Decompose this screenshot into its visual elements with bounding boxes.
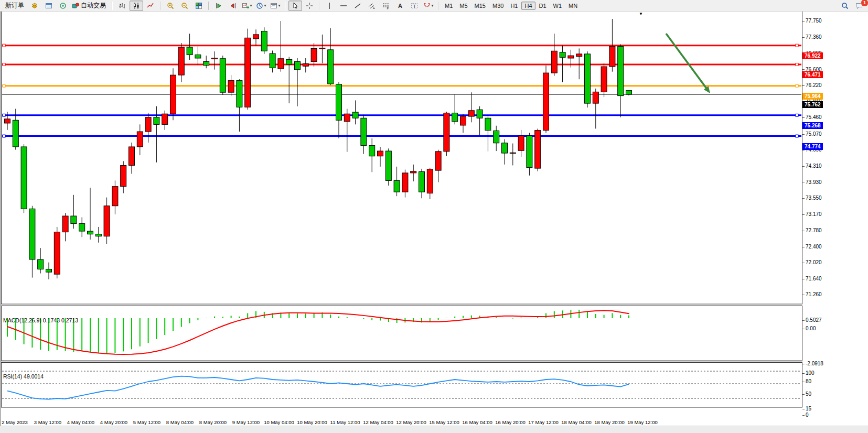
notification-badge: 1 [861,0,868,7]
chart-shift-icon[interactable] [226,1,240,11]
toolbar-separator [208,2,209,10]
arrows-icon[interactable]: ▾ [422,1,435,11]
toolbar-separator [285,2,286,10]
timeframe-mn-button[interactable]: MN [565,2,581,10]
auto-scroll-icon[interactable] [212,1,226,11]
chart-shift-marker[interactable]: ▼ [639,12,643,16]
pane-separator[interactable] [1,361,802,363]
level-handle[interactable] [796,63,798,66]
horizontal-line-icon[interactable] [337,1,350,11]
cursor-icon[interactable] [288,1,302,11]
level-handle[interactable] [3,114,5,116]
status-strip [0,426,868,433]
new-order-button[interactable]: 新订单 [2,1,27,11]
toolbar-separator [160,2,161,10]
trendline-icon[interactable] [351,1,365,11]
periods-icon[interactable]: ▾ [254,1,268,11]
text-icon[interactable]: A [393,1,407,11]
level-handle[interactable] [796,84,798,87]
svg-text:T: T [413,3,416,8]
candle [54,227,60,278]
candle [585,51,591,107]
candle [535,128,541,171]
candle [261,27,267,54]
timeframe-m5-button[interactable]: M5 [456,2,470,10]
toolbar-separator [112,2,113,10]
navigator-icon[interactable] [56,1,70,11]
toolbar: 新订单自动交易▾▾▾EFAT▾M1M5M15M30H1H4D1W1MN1 [0,0,868,12]
zoom-out-icon[interactable] [178,1,191,11]
timeframe-m15-button[interactable]: M15 [471,2,489,10]
candle [170,68,176,120]
toolbar-separator [319,2,320,10]
templates-icon[interactable]: ▾ [269,1,282,11]
line-chart-icon[interactable] [144,1,157,11]
candle [543,66,549,133]
price-chart[interactable] [1,12,802,419]
candle [385,148,391,186]
level-handle[interactable] [796,114,798,116]
timeframe-h4-button[interactable]: H4 [521,2,535,10]
chart-window: ▼ UKOil-,H4 75.854 75.855 75.735 75.762 … [0,12,868,426]
indicators-icon[interactable]: ▾ [240,1,254,11]
candle [444,112,449,156]
bar-chart-icon[interactable] [115,1,129,11]
level-handle[interactable] [796,44,798,47]
level-handle[interactable] [3,135,5,137]
market-watch-icon[interactable] [28,1,41,11]
tile-windows-icon[interactable] [192,1,206,11]
arrows-icon-dropdown[interactable]: ▾ [431,3,433,8]
level-handle[interactable] [3,63,5,66]
candle [220,56,226,95]
auto-trading-label: 自动交易 [79,1,108,10]
level-handle[interactable] [796,135,798,137]
mt4-terminal: 新订单自动交易▾▾▾EFAT▾M1M5M15M30H1H4D1W1MN1 ▼ U… [0,0,868,433]
candle [21,144,27,213]
text-label-icon[interactable]: T [408,1,421,11]
candle [601,63,607,97]
chat-icon[interactable]: 1 [852,1,866,11]
timeframe-d1-button[interactable]: D1 [536,2,550,10]
equidistant-channel-icon[interactable]: E [365,1,379,11]
zoom-in-icon[interactable] [164,1,177,11]
svg-text:A: A [398,3,402,9]
level-handle[interactable] [3,44,5,47]
indicators-icon-dropdown[interactable]: ▾ [250,3,252,8]
svg-text:E: E [373,6,375,9]
toolbar-separator [438,2,439,10]
timeframe-m30-button[interactable]: M30 [489,2,507,10]
data-window-icon[interactable] [42,1,56,11]
candle [245,29,251,110]
candlestick-icon[interactable] [130,1,143,11]
svg-text:F: F [387,6,389,9]
vertical-line-icon[interactable] [323,1,336,11]
timeframe-h1-button[interactable]: H1 [507,2,521,10]
macd-pane-frame [2,306,802,361]
crosshair-icon[interactable] [303,1,316,11]
templates-icon-dropdown[interactable]: ▾ [278,3,280,8]
new-order-button-label: 新订单 [4,1,26,10]
pane-separator[interactable] [1,305,802,306]
timeframe-w1-button[interactable]: W1 [550,2,565,10]
search-icon[interactable] [838,1,852,11]
timeframe-m1-button[interactable]: M1 [442,2,456,10]
auto-trading-button[interactable]: 自动交易 [70,1,109,11]
periods-icon-dropdown[interactable]: ▾ [264,3,266,8]
fibonacci-icon[interactable]: F [379,1,393,11]
level-handle[interactable] [3,84,5,87]
